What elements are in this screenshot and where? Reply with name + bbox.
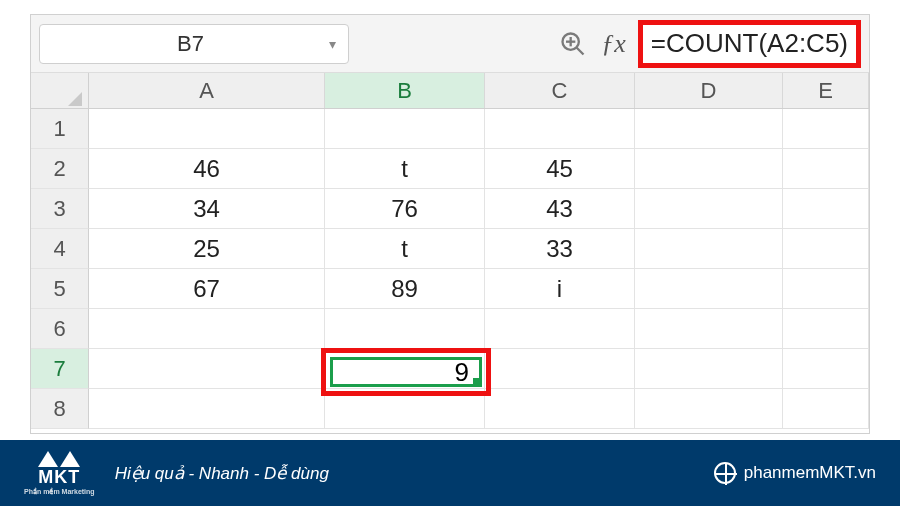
svg-line-1 bbox=[577, 47, 584, 54]
row-header[interactable]: 2 bbox=[31, 149, 89, 189]
cell[interactable] bbox=[635, 189, 783, 229]
col-header-B[interactable]: B bbox=[325, 73, 485, 108]
zoom-search-icon[interactable] bbox=[553, 24, 593, 64]
col-header-A[interactable]: A bbox=[89, 73, 325, 108]
formula-bar: B7 ▾ ƒx =COUNT(A2:C5) bbox=[31, 15, 869, 73]
cell[interactable] bbox=[485, 349, 635, 389]
cell[interactable] bbox=[325, 349, 485, 389]
cell[interactable] bbox=[635, 309, 783, 349]
spreadsheet-grid[interactable]: A B C D E 1246t453347643425t3356789i678 … bbox=[31, 73, 869, 429]
row-header[interactable]: 8 bbox=[31, 389, 89, 429]
globe-icon bbox=[714, 462, 736, 484]
cell[interactable] bbox=[89, 309, 325, 349]
cell[interactable] bbox=[89, 109, 325, 149]
row-header[interactable]: 6 bbox=[31, 309, 89, 349]
row-header[interactable]: 7 bbox=[31, 349, 89, 389]
cell[interactable] bbox=[485, 389, 635, 429]
name-box[interactable]: B7 ▾ bbox=[39, 24, 349, 64]
cell[interactable] bbox=[89, 389, 325, 429]
cell[interactable] bbox=[635, 149, 783, 189]
cell[interactable] bbox=[783, 189, 869, 229]
cell[interactable] bbox=[783, 109, 869, 149]
formula-input[interactable]: =COUNT(A2:C5) bbox=[638, 20, 861, 68]
col-header-C[interactable]: C bbox=[485, 73, 635, 108]
cell[interactable]: 76 bbox=[325, 189, 485, 229]
cell[interactable] bbox=[485, 109, 635, 149]
col-header-E[interactable]: E bbox=[783, 73, 869, 108]
cell[interactable]: 67 bbox=[89, 269, 325, 309]
cell[interactable]: 25 bbox=[89, 229, 325, 269]
select-all-corner[interactable] bbox=[31, 73, 89, 108]
cell[interactable] bbox=[635, 349, 783, 389]
brand-logo: MKT Phần mềm Marketing bbox=[24, 451, 95, 496]
cell[interactable] bbox=[783, 309, 869, 349]
cell[interactable] bbox=[635, 229, 783, 269]
cell[interactable] bbox=[89, 349, 325, 389]
cell[interactable]: 43 bbox=[485, 189, 635, 229]
row-header[interactable]: 5 bbox=[31, 269, 89, 309]
grid-row: 56789i bbox=[31, 269, 869, 309]
cell[interactable]: 34 bbox=[89, 189, 325, 229]
cell[interactable]: 89 bbox=[325, 269, 485, 309]
cell[interactable]: 45 bbox=[485, 149, 635, 189]
cell[interactable] bbox=[325, 389, 485, 429]
cell-reference: B7 bbox=[52, 31, 329, 57]
website-link[interactable]: phanmemMKT.vn bbox=[714, 462, 876, 484]
grid-row: 7 bbox=[31, 349, 869, 389]
grid-row: 8 bbox=[31, 389, 869, 429]
formula-text: =COUNT(A2:C5) bbox=[651, 28, 848, 59]
cell[interactable]: t bbox=[325, 149, 485, 189]
cell[interactable] bbox=[783, 349, 869, 389]
row-header[interactable]: 4 bbox=[31, 229, 89, 269]
row-header[interactable]: 3 bbox=[31, 189, 89, 229]
cell[interactable] bbox=[783, 389, 869, 429]
chevron-down-icon: ▾ bbox=[329, 36, 336, 52]
cell[interactable] bbox=[783, 229, 869, 269]
col-header-D[interactable]: D bbox=[635, 73, 783, 108]
brand-footer: MKT Phần mềm Marketing Hiệu quả - Nhanh … bbox=[0, 440, 900, 506]
cell[interactable] bbox=[783, 149, 869, 189]
cell[interactable]: 46 bbox=[89, 149, 325, 189]
grid-row: 1 bbox=[31, 109, 869, 149]
cell[interactable] bbox=[485, 309, 635, 349]
cell[interactable]: i bbox=[485, 269, 635, 309]
row-header[interactable]: 1 bbox=[31, 109, 89, 149]
cell[interactable] bbox=[635, 109, 783, 149]
fx-icon[interactable]: ƒx bbox=[601, 29, 626, 59]
grid-row: 3347643 bbox=[31, 189, 869, 229]
cell[interactable] bbox=[325, 109, 485, 149]
grid-row: 246t45 bbox=[31, 149, 869, 189]
column-headers: A B C D E bbox=[31, 73, 869, 109]
grid-row: 425t33 bbox=[31, 229, 869, 269]
grid-row: 6 bbox=[31, 309, 869, 349]
cell[interactable] bbox=[783, 269, 869, 309]
spreadsheet-app: B7 ▾ ƒx =COUNT(A2:C5) A B C D bbox=[30, 14, 870, 434]
cell[interactable] bbox=[635, 389, 783, 429]
cell[interactable] bbox=[325, 309, 485, 349]
tagline: Hiệu quả - Nhanh - Dễ dùng bbox=[115, 463, 329, 484]
cell[interactable] bbox=[635, 269, 783, 309]
cell[interactable]: 33 bbox=[485, 229, 635, 269]
cell[interactable]: t bbox=[325, 229, 485, 269]
